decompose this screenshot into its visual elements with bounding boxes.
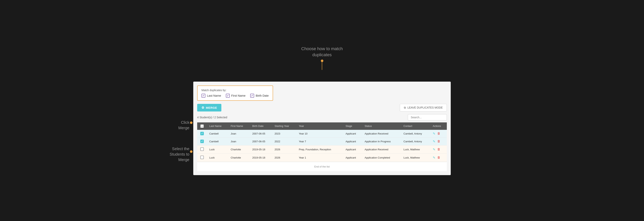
row-checkbox[interactable] — [200, 132, 204, 135]
edit-icon[interactable]: ✎ — [433, 140, 435, 143]
row-select-cell[interactable] — [197, 153, 207, 162]
cell-last-name: Cambell — [207, 130, 228, 138]
col-starting-year: Starting Year — [272, 122, 296, 130]
delete-icon[interactable]: 🗑 — [437, 148, 440, 151]
count-text: 4 Student(s) / 2 Selected — [197, 116, 227, 119]
table-row: Luck Charlotte 2019-05-18 2026 Prep, Fou… — [197, 145, 447, 153]
cell-actions: ✎ 🗑 — [430, 130, 447, 138]
cell-last-name: Luck — [207, 145, 228, 153]
cell-status: Application Completed — [362, 153, 401, 162]
col-birth-date: Birth Date — [250, 122, 272, 130]
delete-icon[interactable]: 🗑 — [437, 156, 440, 159]
table-row: Cambell Joan 2007-06-05 2022 Year 7 Appl… — [197, 137, 447, 145]
cell-status: Application In Progress — [362, 137, 401, 145]
col-actions: Actions — [430, 122, 447, 130]
match-option-first-name[interactable]: First Name — [226, 94, 246, 98]
click-merge-dot — [190, 121, 192, 124]
match-duplicates-box: Match duplicates by: Last Name First Nam… — [197, 86, 273, 101]
cell-year: Year 7 — [296, 137, 343, 145]
cell-status: Application Received — [362, 145, 401, 153]
count-search-row: 4 Student(s) / 2 Selected — [197, 114, 447, 120]
merge-button-label: MERGE — [206, 106, 217, 109]
cell-actions: ✎ 🗑 — [430, 153, 447, 162]
col-contact: Contact — [401, 122, 430, 130]
match-option-birth-date[interactable]: Birth Date — [250, 94, 269, 98]
row-select-cell[interactable] — [197, 130, 207, 138]
merge-icon: ⚙ — [202, 106, 204, 110]
row-select-cell[interactable] — [197, 137, 207, 145]
row-checkbox[interactable] — [200, 156, 204, 159]
cell-contact: Luck, Matthew — [401, 145, 430, 153]
col-last-name: Last Name — [207, 122, 228, 130]
match-options: Last Name First Name Birth Date — [202, 94, 269, 98]
col-year: Year — [296, 122, 343, 130]
cell-contact: Luck, Matthew — [401, 153, 430, 162]
row-select-cell[interactable] — [197, 145, 207, 153]
cell-first-name: Charlotte — [228, 145, 250, 153]
edit-icon[interactable]: ✎ — [433, 156, 435, 159]
birth-date-checkbox[interactable] — [250, 94, 254, 98]
cell-stage: Applicant — [343, 137, 362, 145]
cell-birth-date: 2019-05-18 — [250, 145, 272, 153]
merge-button[interactable]: ⚙ MERGE — [197, 104, 221, 111]
end-of-list: End of the list — [197, 162, 447, 171]
cell-starting-year: 2023 — [272, 130, 296, 138]
students-table: Last Name First Name Birth Date Starting… — [197, 122, 447, 162]
cell-first-name: Charlotte — [228, 153, 250, 162]
first-name-label: First Name — [231, 94, 246, 97]
col-stage: Stage — [343, 122, 362, 130]
match-label: Match duplicates by: — [202, 89, 269, 92]
row-checkbox[interactable] — [200, 147, 204, 151]
cell-stage: Applicant — [343, 153, 362, 162]
cell-birth-date: 2007-06-05 — [250, 137, 272, 145]
cell-contact: Cambell, Antony — [401, 130, 430, 138]
match-option-last-name[interactable]: Last Name — [202, 94, 221, 98]
cell-year: Year 10 — [296, 130, 343, 138]
birth-date-label: Birth Date — [256, 94, 269, 97]
search-input[interactable] — [408, 114, 447, 120]
cell-birth-date: 2007-06-05 — [250, 130, 272, 138]
delete-icon[interactable]: 🗑 — [437, 132, 440, 135]
cell-starting-year: 2026 — [272, 145, 296, 153]
click-merge-annotation: Click Merge — [168, 120, 190, 131]
table-row: Cambell Joan 2007-06-05 2023 Year 10 App… — [197, 130, 447, 138]
copy-icon: ⧉ — [404, 106, 406, 109]
row-checkbox[interactable] — [200, 140, 204, 143]
table-row: Luck Charlotte 2019-05-18 2026 Year 1 Ap… — [197, 153, 447, 162]
edit-icon[interactable]: ✎ — [433, 148, 435, 151]
select-students-annotation: Select the Students to Merge — [162, 146, 190, 162]
cell-first-name: Joan — [228, 130, 250, 138]
main-card: Match duplicates by: Last Name First Nam… — [193, 82, 451, 175]
last-name-label: Last Name — [207, 94, 221, 97]
page-title: Choose how to match duplicates — [193, 46, 451, 58]
cell-starting-year: 2022 — [272, 137, 296, 145]
cell-stage: Applicant — [343, 130, 362, 138]
cell-first-name: Joan — [228, 137, 250, 145]
delete-icon[interactable]: 🗑 — [437, 140, 440, 143]
cell-contact: Cambell, Antony — [401, 137, 430, 145]
cell-actions: ✎ 🗑 — [430, 137, 447, 145]
edit-icon[interactable]: ✎ — [433, 132, 435, 135]
cell-last-name: Luck — [207, 153, 228, 162]
cell-birth-date: 2019-05-18 — [250, 153, 272, 162]
cell-actions: ✎ 🗑 — [430, 145, 447, 153]
first-name-checkbox[interactable] — [226, 94, 230, 98]
cell-year: Year 1 — [296, 153, 343, 162]
toolbar-row: ⚙ MERGE ⧉ LEAVE DUPLICATES MODE — [197, 104, 447, 111]
select-all-header[interactable] — [197, 122, 207, 130]
cell-status: Application Received — [362, 130, 401, 138]
col-first-name: First Name — [228, 122, 250, 130]
cell-last-name: Cambell — [207, 137, 228, 145]
title-dot — [321, 60, 323, 62]
select-all-checkbox[interactable] — [200, 124, 204, 128]
leave-duplicates-button[interactable]: ⧉ LEAVE DUPLICATES MODE — [400, 104, 447, 111]
leave-button-label: LEAVE DUPLICATES MODE — [408, 106, 443, 109]
cell-starting-year: 2026 — [272, 153, 296, 162]
last-name-checkbox[interactable] — [202, 94, 205, 98]
cell-year: Prep, Foundation, Reception — [296, 145, 343, 153]
col-status: Status — [362, 122, 401, 130]
table-header-row: Last Name First Name Birth Date Starting… — [197, 122, 447, 130]
cell-stage: Applicant — [343, 145, 362, 153]
select-students-dot — [190, 150, 192, 153]
